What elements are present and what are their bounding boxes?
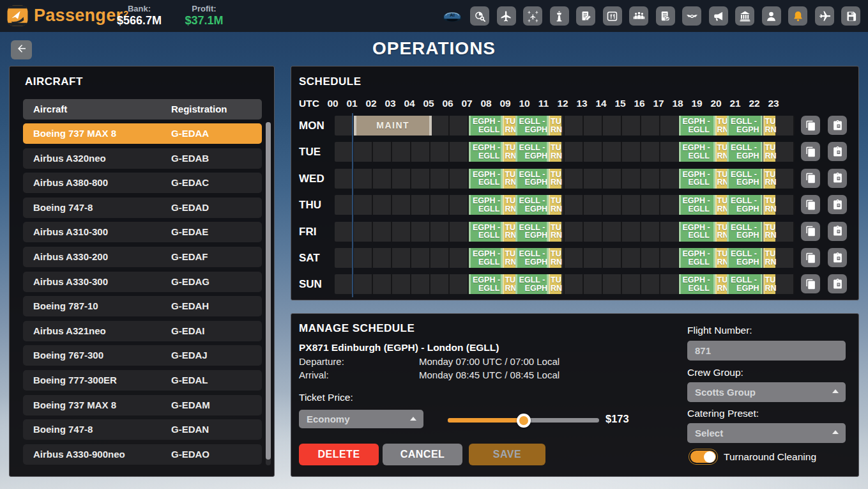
paste-schedule-button[interactable] — [828, 142, 847, 161]
flight-block[interactable]: EGLL -EGPH — [515, 195, 549, 215]
topbar-fleet-button[interactable] — [523, 6, 542, 26]
cancel-button[interactable]: CANCEL — [383, 444, 462, 465]
aircraft-row[interactable]: Airbus A321neoG-EDAI — [23, 321, 262, 341]
ticket-price-slider[interactable] — [448, 418, 599, 423]
paste-schedule-button[interactable] — [828, 169, 847, 188]
topbar-passengers-button[interactable] — [629, 6, 648, 26]
aircraft-row[interactable]: Airbus A310-300G-EDAE — [23, 222, 262, 242]
slider-thumb[interactable] — [517, 414, 531, 428]
flight-block[interactable]: EGPH -EGLL — [679, 274, 715, 294]
flight-block[interactable]: EGLL -EGPH — [727, 195, 763, 215]
flight-block[interactable]: EGPH -EGLL — [469, 142, 503, 162]
aircraft-registration: G-EDAE — [171, 222, 208, 242]
copy-schedule-button[interactable] — [801, 248, 820, 267]
flight-block[interactable]: EGLL -EGPH — [515, 222, 549, 242]
copy-schedule-button[interactable] — [801, 195, 820, 214]
turnaround-cleaning-toggle[interactable] — [689, 449, 717, 464]
aircraft-model: Boeing 747-8 — [33, 419, 93, 440]
topbar-checklist-button[interactable] — [656, 6, 675, 26]
aircraft-row[interactable]: Airbus A330-200G-EDAF — [23, 247, 262, 267]
flight-block[interactable]: EGLL -EGPH — [727, 248, 763, 268]
block-label-line1: EGLL - — [727, 197, 763, 205]
schedule-grid-row[interactable]: EGPH -EGLLTURNEGLL -EGPHTURNEGPH -EGLLTU… — [335, 142, 795, 162]
paste-schedule-button[interactable] — [828, 274, 847, 293]
aircraft-row[interactable]: Boeing 747-8G-EDAN — [23, 419, 262, 440]
flight-block[interactable]: EGPH -EGLL — [469, 116, 503, 136]
flight-block[interactable]: EGLL -EGPH — [515, 169, 549, 189]
topbar-catering-button[interactable] — [603, 6, 622, 26]
schedule-grid-row[interactable]: MAINTEGPH -EGLLTURNEGLL -EGPHTURNEGPH -E… — [335, 116, 795, 136]
paste-schedule-button[interactable] — [828, 195, 847, 214]
flight-block[interactable]: EGLL -EGPH — [727, 222, 763, 242]
paste-schedule-button[interactable] — [828, 116, 847, 135]
aircraft-scrollbar[interactable] — [266, 122, 271, 465]
topbar-control-tower-button[interactable] — [550, 6, 569, 26]
flight-block[interactable]: EGPH -EGLL — [679, 195, 715, 215]
flight-block[interactable]: EGPH -EGLL — [469, 248, 503, 268]
schedule-day-row: FRIEGPH -EGLLTURNEGLL -EGPHTURNEGPH -EGL… — [291, 222, 860, 242]
paste-schedule-button[interactable] — [828, 248, 847, 267]
schedule-grid-row[interactable]: EGPH -EGLLTURNEGLL -EGPHTURNEGPH -EGLLTU… — [335, 274, 795, 294]
copy-schedule-button[interactable] — [801, 116, 820, 135]
flight-block[interactable]: EGPH -EGLL — [469, 274, 503, 294]
flight-block[interactable]: EGLL -EGPH — [515, 116, 549, 136]
topbar-contracts-button[interactable] — [576, 6, 595, 26]
topbar-airplane-button[interactable] — [497, 6, 516, 26]
flight-block[interactable]: EGPH -EGLL — [679, 169, 715, 189]
flight-number-label: Flight Number: — [687, 325, 752, 336]
aircraft-row[interactable]: Boeing 747-8G-EDAD — [23, 198, 262, 218]
aircraft-scrollbar-thumb[interactable] — [266, 122, 271, 460]
maintenance-block[interactable]: MAINT — [354, 116, 432, 136]
flight-block[interactable]: EGPH -EGLL — [469, 195, 503, 215]
flight-block[interactable]: EGLL -EGPH — [515, 142, 549, 162]
topbar-notifications-button[interactable] — [788, 6, 807, 26]
topbar-add-flight-button[interactable] — [815, 6, 834, 26]
cabin-class-select[interactable]: Economy — [299, 410, 423, 428]
flight-block[interactable]: EGLL -EGPH — [727, 142, 763, 162]
aircraft-row[interactable]: Airbus A330-900neoG-EDAO — [23, 444, 262, 465]
flight-number-input[interactable] — [687, 341, 846, 361]
topbar-profile-button[interactable] — [762, 6, 781, 26]
topbar-pilot-wings-button[interactable] — [682, 6, 701, 26]
flight-block[interactable]: EGLL -EGPH — [515, 248, 549, 268]
copy-schedule-button[interactable] — [801, 169, 820, 188]
flight-block[interactable]: EGPH -EGLL — [679, 248, 715, 268]
copy-schedule-button[interactable] — [801, 222, 820, 241]
block-label-line1: EGPH - — [679, 250, 715, 258]
block-label-line2: EGPH — [515, 152, 549, 160]
catering-preset-select[interactable]: Select — [687, 423, 846, 443]
analytics-icon — [470, 6, 489, 26]
schedule-grid-row[interactable]: EGPH -EGLLTURNEGLL -EGPHTURNEGPH -EGLLTU… — [335, 248, 795, 268]
aircraft-row[interactable]: Boeing 767-300G-EDAJ — [23, 345, 262, 366]
flight-block[interactable]: EGPH -EGLL — [679, 116, 715, 136]
aircraft-row[interactable]: Airbus A330-300G-EDAG — [23, 272, 262, 292]
copy-schedule-button[interactable] — [801, 142, 820, 161]
delete-button[interactable]: DELETE — [299, 444, 379, 465]
topbar-bank-building-button[interactable] — [735, 6, 754, 26]
flight-block[interactable]: EGPH -EGLL — [679, 222, 715, 242]
aircraft-row[interactable]: Airbus A380-800G-EDAC — [23, 173, 262, 193]
topbar-save-button[interactable] — [841, 6, 860, 26]
flight-block[interactable]: EGLL -EGPH — [515, 274, 549, 294]
schedule-grid-row[interactable]: EGPH -EGLLTURNEGLL -EGPHTURNEGPH -EGLLTU… — [335, 169, 795, 189]
copy-schedule-button[interactable] — [801, 274, 820, 293]
save-button[interactable]: SAVE — [469, 444, 545, 465]
flight-block[interactable]: EGPH -EGLL — [469, 169, 503, 189]
crew-group-select[interactable]: Scotts Group — [687, 382, 846, 402]
aircraft-row[interactable]: Boeing 737 MAX 8G-EDAM — [23, 395, 262, 415]
schedule-grid-row[interactable]: EGPH -EGLLTURNEGLL -EGPHTURNEGPH -EGLLTU… — [335, 195, 795, 215]
topbar-ai-captain-button[interactable]: AI — [441, 7, 463, 24]
topbar-marketing-button[interactable] — [709, 6, 728, 26]
flight-block[interactable]: EGLL -EGPH — [727, 169, 763, 189]
flight-block[interactable]: EGLL -EGPH — [727, 116, 763, 136]
topbar-analytics-button[interactable] — [470, 6, 489, 26]
flight-block[interactable]: EGPH -EGLL — [469, 222, 503, 242]
aircraft-row[interactable]: Airbus A320neoG-EDAB — [23, 148, 262, 169]
flight-block[interactable]: EGLL -EGPH — [727, 274, 763, 294]
aircraft-row[interactable]: Boeing 787-10G-EDAH — [23, 296, 262, 316]
flight-block[interactable]: EGPH -EGLL — [679, 142, 715, 162]
schedule-grid-row[interactable]: EGPH -EGLLTURNEGLL -EGPHTURNEGPH -EGLLTU… — [335, 222, 795, 242]
paste-schedule-button[interactable] — [828, 222, 847, 241]
aircraft-row[interactable]: Boeing 737 MAX 8G-EDAA — [23, 123, 262, 144]
aircraft-row[interactable]: Boeing 777-300ERG-EDAL — [23, 370, 262, 391]
